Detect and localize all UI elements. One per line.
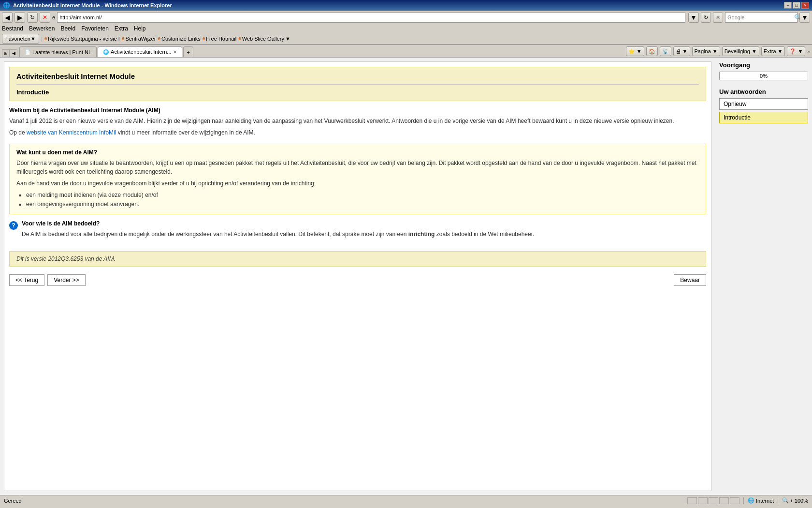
- button-row: << Terug Verder >> Bewaar: [9, 274, 706, 286]
- answers-title: Uw antwoorden: [719, 88, 808, 95]
- status-indicator-2: [698, 497, 708, 504]
- voortgang-title: Voortgang: [719, 61, 808, 69]
- content-area: Activiteitenbesluit Internet Module Intr…: [4, 61, 711, 491]
- tab-new[interactable]: +: [183, 46, 193, 57]
- version-note: Dit is versie 2012Q3.6253 van de AIM.: [9, 251, 706, 267]
- refresh-button[interactable]: ↻: [27, 12, 38, 23]
- status-indicator-4: [719, 497, 729, 504]
- btn-row-left: << Terug Verder >>: [9, 274, 86, 286]
- nav-area: ◀ ▶ ↻ ✕ e ▼ ↻ ✕ 🔍 ▼ Bestand Bewerken Bee…: [0, 11, 812, 45]
- menu-bewerken[interactable]: Bewerken: [29, 25, 55, 32]
- menu-bestand[interactable]: Bestand: [2, 25, 23, 32]
- tab-nieuws[interactable]: 📄 Laatste nieuws | Punt NL: [19, 46, 97, 57]
- progress-pct: 0%: [719, 72, 808, 80]
- inrichting-bold: inrichting: [408, 231, 435, 238]
- menu-bar: Bestand Bewerken Beeld Favorieten Extra …: [0, 24, 812, 33]
- search-area[interactable]: 🔍: [725, 12, 798, 23]
- stop-button[interactable]: ✕: [40, 12, 50, 23]
- bullet-item-1: een melding moet indienen (via deze modu…: [26, 191, 699, 200]
- minimize-button[interactable]: −: [784, 2, 792, 9]
- status-bar: Gereed 🌐 Internet 🔍 + 100%: [0, 495, 812, 506]
- welkom-para2: Op de website van Kenniscentrum InfoMil …: [9, 128, 706, 137]
- save-button[interactable]: Bewaar: [674, 274, 706, 286]
- home-btn[interactable]: 🏠: [646, 46, 658, 56]
- bullet-item-2: een omgevingsvergunning moet aanvragen.: [26, 200, 699, 209]
- infomil-link[interactable]: website van Kenniscentrum InfoMil: [27, 129, 116, 136]
- address-go-button[interactable]: ▼: [688, 12, 699, 23]
- status-indicator-3: [709, 497, 718, 504]
- internet-zone: 🌐 Internet: [748, 497, 774, 504]
- introductie-button[interactable]: Introductie: [719, 112, 808, 123]
- next-button[interactable]: Verder >>: [47, 274, 86, 286]
- answers-section: Uw antwoorden Opnieuw Introductie: [719, 88, 808, 123]
- page-header: Activiteitenbesluit Internet Module Intr…: [9, 67, 706, 101]
- zoom-icon: 🔍: [782, 497, 789, 504]
- tab-bar: ⊞ ◀ 📄 Laatste nieuws | Punt NL 🌐 Activit…: [0, 45, 812, 58]
- window-title: Activiteitenbesluit Internet Module - Wi…: [13, 2, 172, 8]
- fav-link-customize[interactable]: e Customize Links: [158, 36, 200, 42]
- status-divider-2: [778, 497, 778, 504]
- close-button[interactable]: ×: [801, 2, 809, 9]
- page-subtitle: Introductie: [16, 89, 699, 96]
- forward-button[interactable]: ▶: [14, 12, 25, 23]
- wat-section: Wat kunt u doen met de AIM? Door hierna …: [9, 144, 706, 214]
- search-input[interactable]: [727, 15, 794, 20]
- wat-title: Wat kunt u doen met de AIM?: [16, 149, 699, 156]
- fav-link-sentrawizer[interactable]: e SentraWijzer: [122, 36, 156, 42]
- help-icon[interactable]: ?: [9, 221, 18, 230]
- status-indicator-1: [687, 497, 697, 504]
- menu-extra[interactable]: Extra: [115, 25, 128, 32]
- sidebar: Voortgang 0% Uw antwoorden Opnieuw Intro…: [715, 58, 812, 495]
- tab-bar-right: ⭐ ▼ 🏠 📡 🖨 ▼ Pagina ▼ Beveiliging ▼ Extra…: [626, 46, 810, 57]
- globe-icon: 🌐: [748, 497, 754, 504]
- menu-help[interactable]: Help: [134, 25, 146, 32]
- fav-link-hotmail[interactable]: e Free Hotmail: [203, 36, 237, 42]
- tab-arrow-left[interactable]: ◀: [10, 49, 17, 57]
- address-input[interactable]: [59, 15, 683, 20]
- tab-aim[interactable]: 🌐 Activiteitenbesluit Intern... ✕: [98, 46, 182, 57]
- add-to-favorites-btn[interactable]: ⭐ ▼: [626, 46, 644, 56]
- zone-label: Internet: [756, 498, 774, 504]
- refresh-btn2[interactable]: ↻: [701, 12, 711, 23]
- print-btn[interactable]: 🖨 ▼: [673, 46, 690, 56]
- pagina-btn[interactable]: Pagina ▼: [692, 46, 720, 56]
- status-text: Gereed: [4, 498, 22, 504]
- wat-bullet-list: een melding moet indienen (via deze modu…: [26, 191, 699, 209]
- address-label: e: [52, 15, 55, 20]
- favorites-button[interactable]: Favorieten ▼: [2, 34, 39, 44]
- voor-wie-section: Voor wie is de AIM bedoeld? De AIM is be…: [22, 220, 706, 239]
- fav-link-webslice[interactable]: e Web Slice Gallery ▼: [238, 36, 290, 42]
- tab-close-button[interactable]: ✕: [173, 49, 177, 55]
- extra-btn[interactable]: Extra ▼: [761, 46, 785, 56]
- voor-wie-container: ? Voor wie is de AIM bedoeld? De AIM is …: [9, 220, 706, 245]
- progress-container: 0%: [719, 72, 808, 80]
- wat-para1: Door hierna vragen over uw situatie te b…: [16, 159, 699, 176]
- main-area: Activiteitenbesluit Internet Module Intr…: [0, 58, 812, 495]
- zoom-area: 🔍 + 100%: [782, 497, 808, 504]
- voor-wie-para: De AIM is bedoeld voor alle bedrijven di…: [22, 230, 706, 239]
- rss-btn[interactable]: 📡: [660, 46, 671, 56]
- opnieuw-button[interactable]: Opnieuw: [719, 98, 808, 110]
- back-button[interactable]: << Terug: [9, 274, 44, 286]
- favorites-bar: Favorieten ▼ | e Rijksweb Startpagina - …: [0, 33, 812, 45]
- voor-wie-title: Voor wie is de AIM bedoeld?: [22, 220, 706, 227]
- back-button[interactable]: ◀: [2, 12, 13, 23]
- stop-btn2[interactable]: ✕: [713, 12, 723, 23]
- search-options-button[interactable]: ▼: [799, 12, 810, 23]
- fav-link-rijksweb[interactable]: e Rijksweb Startpagina - versie I: [44, 36, 120, 42]
- zoom-label: + 100%: [790, 498, 808, 504]
- status-divider-1: [743, 497, 744, 504]
- tabs-left: ⊞ ◀ 📄 Laatste nieuws | Punt NL 🌐 Activit…: [2, 46, 194, 57]
- beveiliging-btn[interactable]: Beveiliging ▼: [722, 46, 759, 56]
- welkom-section: Welkom bij de Activiteitenbesluit Intern…: [9, 107, 706, 137]
- help-btn[interactable]: ❓ ▼: [787, 46, 805, 56]
- title-bar: 🌐 Activiteitenbesluit Internet Module - …: [0, 0, 812, 11]
- welkom-para1: Vanaf 1 juli 2012 is er een nieuwe versi…: [9, 117, 706, 125]
- address-bar[interactable]: [57, 12, 685, 23]
- restore-button[interactable]: □: [793, 2, 800, 9]
- quick-tab-icon[interactable]: ⊞: [2, 49, 10, 57]
- menu-favorieten[interactable]: Favorieten: [81, 25, 109, 32]
- status-right: 🌐 Internet 🔍 + 100%: [687, 497, 808, 504]
- wat-para2: Aan de hand van de door u ingevulde vrag…: [16, 179, 699, 188]
- menu-beeld[interactable]: Beeld: [60, 25, 75, 32]
